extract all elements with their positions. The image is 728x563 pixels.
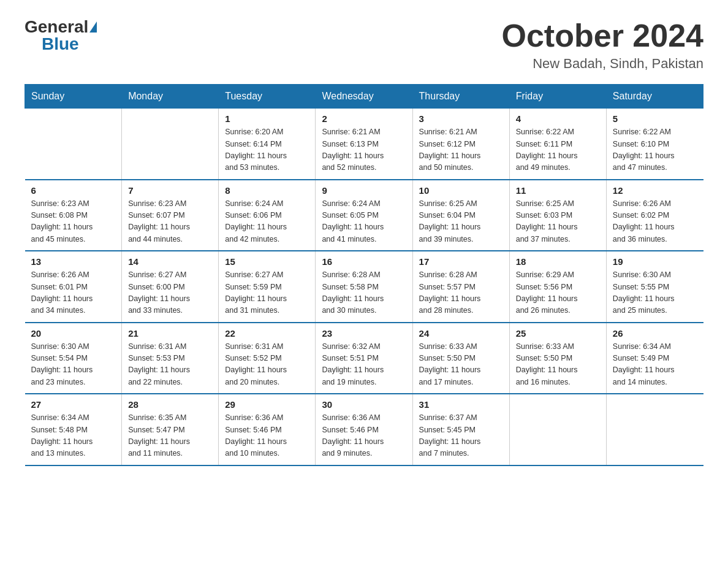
weekday-header-monday: Monday	[122, 85, 219, 109]
day-info: Sunrise: 6:28 AM Sunset: 5:58 PM Dayligh…	[322, 269, 406, 317]
weekday-header-thursday: Thursday	[412, 85, 509, 109]
day-number: 20	[31, 328, 116, 339]
day-info: Sunrise: 6:22 AM Sunset: 6:11 PM Dayligh…	[516, 126, 600, 174]
calendar-cell: 17Sunrise: 6:28 AM Sunset: 5:57 PM Dayli…	[412, 251, 509, 323]
day-info: Sunrise: 6:30 AM Sunset: 5:55 PM Dayligh…	[613, 269, 697, 317]
day-number: 8	[225, 185, 309, 196]
calendar-cell: 28Sunrise: 6:35 AM Sunset: 5:47 PM Dayli…	[122, 394, 219, 465]
day-info: Sunrise: 6:27 AM Sunset: 5:59 PM Dayligh…	[225, 269, 309, 317]
weekday-header-friday: Friday	[509, 85, 606, 109]
day-number: 18	[516, 256, 600, 267]
weekday-header-sunday: Sunday	[25, 85, 122, 109]
day-number: 24	[419, 328, 503, 339]
calendar-cell: 19Sunrise: 6:30 AM Sunset: 5:55 PM Dayli…	[606, 251, 703, 323]
weekday-header-wednesday: Wednesday	[316, 85, 412, 109]
calendar-cell: 20Sunrise: 6:30 AM Sunset: 5:54 PM Dayli…	[25, 323, 122, 394]
day-number: 3	[419, 113, 503, 124]
month-title: October 2024	[502, 18, 704, 53]
calendar-cell	[25, 109, 122, 180]
page-header: General Blue October 2024 New Badah, Sin…	[25, 18, 703, 72]
day-info: Sunrise: 6:24 AM Sunset: 6:06 PM Dayligh…	[225, 198, 309, 246]
day-info: Sunrise: 6:23 AM Sunset: 6:07 PM Dayligh…	[128, 198, 212, 246]
day-number: 13	[31, 256, 116, 267]
calendar-cell: 12Sunrise: 6:26 AM Sunset: 6:02 PM Dayli…	[606, 180, 703, 251]
day-number: 28	[128, 399, 212, 410]
calendar-cell: 24Sunrise: 6:33 AM Sunset: 5:50 PM Dayli…	[412, 323, 509, 394]
day-info: Sunrise: 6:36 AM Sunset: 5:46 PM Dayligh…	[322, 412, 406, 460]
calendar-cell: 6Sunrise: 6:23 AM Sunset: 6:08 PM Daylig…	[25, 180, 122, 251]
day-info: Sunrise: 6:24 AM Sunset: 6:05 PM Dayligh…	[322, 198, 406, 246]
day-number: 29	[225, 399, 309, 410]
calendar-cell: 1Sunrise: 6:20 AM Sunset: 6:14 PM Daylig…	[219, 109, 316, 180]
calendar-cell: 11Sunrise: 6:25 AM Sunset: 6:03 PM Dayli…	[509, 180, 606, 251]
location: New Badah, Sindh, Pakistan	[502, 56, 704, 72]
day-number: 23	[322, 328, 406, 339]
title-area: October 2024 New Badah, Sindh, Pakistan	[502, 18, 704, 72]
day-info: Sunrise: 6:37 AM Sunset: 5:45 PM Dayligh…	[419, 412, 503, 460]
day-number: 16	[322, 256, 406, 267]
day-info: Sunrise: 6:25 AM Sunset: 6:03 PM Dayligh…	[516, 198, 600, 246]
calendar-cell: 8Sunrise: 6:24 AM Sunset: 6:06 PM Daylig…	[219, 180, 316, 251]
day-info: Sunrise: 6:22 AM Sunset: 6:10 PM Dayligh…	[613, 126, 697, 174]
day-number: 25	[516, 328, 600, 339]
day-info: Sunrise: 6:26 AM Sunset: 6:02 PM Dayligh…	[613, 198, 697, 246]
calendar-cell: 18Sunrise: 6:29 AM Sunset: 5:56 PM Dayli…	[509, 251, 606, 323]
logo-general-text: General	[25, 18, 88, 36]
day-number: 19	[613, 256, 697, 267]
calendar-cell: 2Sunrise: 6:21 AM Sunset: 6:13 PM Daylig…	[316, 109, 412, 180]
day-number: 15	[225, 256, 309, 267]
day-number: 5	[613, 113, 697, 124]
day-info: Sunrise: 6:34 AM Sunset: 5:48 PM Dayligh…	[31, 412, 116, 460]
day-info: Sunrise: 6:36 AM Sunset: 5:46 PM Dayligh…	[225, 412, 309, 460]
calendar-cell: 22Sunrise: 6:31 AM Sunset: 5:52 PM Dayli…	[219, 323, 316, 394]
day-number: 31	[419, 399, 503, 410]
day-info: Sunrise: 6:23 AM Sunset: 6:08 PM Dayligh…	[31, 198, 116, 246]
weekday-header-saturday: Saturday	[606, 85, 703, 109]
week-row-4: 20Sunrise: 6:30 AM Sunset: 5:54 PM Dayli…	[25, 323, 703, 394]
day-number: 4	[516, 113, 600, 124]
day-info: Sunrise: 6:31 AM Sunset: 5:53 PM Dayligh…	[128, 341, 212, 389]
calendar-cell: 25Sunrise: 6:33 AM Sunset: 5:50 PM Dayli…	[509, 323, 606, 394]
day-info: Sunrise: 6:30 AM Sunset: 5:54 PM Dayligh…	[31, 341, 116, 389]
calendar-cell: 21Sunrise: 6:31 AM Sunset: 5:53 PM Dayli…	[122, 323, 219, 394]
day-info: Sunrise: 6:26 AM Sunset: 6:01 PM Dayligh…	[31, 269, 116, 317]
calendar-cell: 23Sunrise: 6:32 AM Sunset: 5:51 PM Dayli…	[316, 323, 412, 394]
calendar-cell: 3Sunrise: 6:21 AM Sunset: 6:12 PM Daylig…	[412, 109, 509, 180]
calendar-cell: 16Sunrise: 6:28 AM Sunset: 5:58 PM Dayli…	[316, 251, 412, 323]
day-number: 10	[419, 185, 503, 196]
day-number: 1	[225, 113, 309, 124]
week-row-3: 13Sunrise: 6:26 AM Sunset: 6:01 PM Dayli…	[25, 251, 703, 323]
day-number: 14	[128, 256, 212, 267]
calendar-cell: 26Sunrise: 6:34 AM Sunset: 5:49 PM Dayli…	[606, 323, 703, 394]
day-info: Sunrise: 6:31 AM Sunset: 5:52 PM Dayligh…	[225, 341, 309, 389]
calendar-cell	[122, 109, 219, 180]
week-row-2: 6Sunrise: 6:23 AM Sunset: 6:08 PM Daylig…	[25, 180, 703, 251]
day-number: 21	[128, 328, 212, 339]
logo-blue-text: Blue	[42, 36, 79, 53]
day-info: Sunrise: 6:32 AM Sunset: 5:51 PM Dayligh…	[322, 341, 406, 389]
logo-triangle-icon	[89, 21, 97, 33]
calendar-cell: 5Sunrise: 6:22 AM Sunset: 6:10 PM Daylig…	[606, 109, 703, 180]
day-info: Sunrise: 6:21 AM Sunset: 6:12 PM Dayligh…	[419, 126, 503, 174]
day-number: 9	[322, 185, 406, 196]
day-number: 11	[516, 185, 600, 196]
day-number: 7	[128, 185, 212, 196]
day-info: Sunrise: 6:27 AM Sunset: 6:00 PM Dayligh…	[128, 269, 212, 317]
day-info: Sunrise: 6:33 AM Sunset: 5:50 PM Dayligh…	[419, 341, 503, 389]
day-info: Sunrise: 6:21 AM Sunset: 6:13 PM Dayligh…	[322, 126, 406, 174]
day-number: 2	[322, 113, 406, 124]
calendar-cell: 30Sunrise: 6:36 AM Sunset: 5:46 PM Dayli…	[316, 394, 412, 465]
weekday-header-row: SundayMondayTuesdayWednesdayThursdayFrid…	[25, 85, 703, 109]
day-info: Sunrise: 6:29 AM Sunset: 5:56 PM Dayligh…	[516, 269, 600, 317]
calendar-cell: 15Sunrise: 6:27 AM Sunset: 5:59 PM Dayli…	[219, 251, 316, 323]
day-info: Sunrise: 6:35 AM Sunset: 5:47 PM Dayligh…	[128, 412, 212, 460]
day-number: 6	[31, 185, 116, 196]
calendar-cell: 13Sunrise: 6:26 AM Sunset: 6:01 PM Dayli…	[25, 251, 122, 323]
calendar-cell: 29Sunrise: 6:36 AM Sunset: 5:46 PM Dayli…	[219, 394, 316, 465]
calendar-cell: 31Sunrise: 6:37 AM Sunset: 5:45 PM Dayli…	[412, 394, 509, 465]
calendar-cell	[606, 394, 703, 465]
calendar-table: SundayMondayTuesdayWednesdayThursdayFrid…	[25, 84, 703, 466]
day-info: Sunrise: 6:20 AM Sunset: 6:14 PM Dayligh…	[225, 126, 309, 174]
day-info: Sunrise: 6:25 AM Sunset: 6:04 PM Dayligh…	[419, 198, 503, 246]
week-row-5: 27Sunrise: 6:34 AM Sunset: 5:48 PM Dayli…	[25, 394, 703, 465]
